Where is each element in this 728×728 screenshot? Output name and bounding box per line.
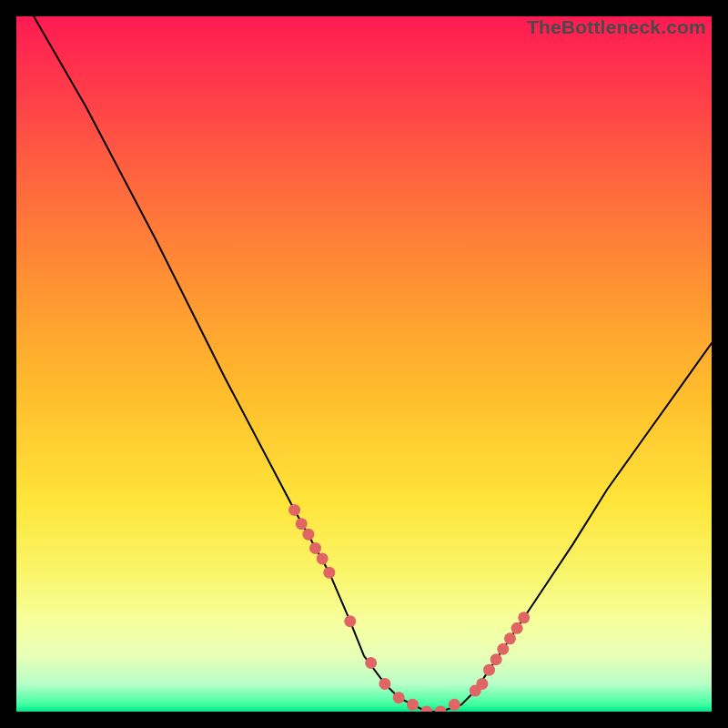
marker-dot bbox=[483, 664, 495, 676]
bottleneck-curve bbox=[34, 16, 712, 712]
marker-dot bbox=[323, 567, 335, 579]
chart-frame: TheBottleneck.com bbox=[0, 0, 728, 728]
marker-dot bbox=[497, 643, 509, 655]
marker-dot bbox=[518, 612, 530, 623]
marker-dot bbox=[296, 518, 308, 530]
marker-dot bbox=[420, 706, 432, 713]
marker-dot bbox=[407, 699, 419, 711]
marker-dot bbox=[490, 653, 502, 665]
marker-dot bbox=[288, 504, 300, 516]
curve-layer bbox=[16, 16, 712, 712]
marker-dot bbox=[435, 706, 447, 713]
marker-dot bbox=[379, 678, 390, 690]
marker-dot bbox=[344, 615, 356, 627]
marker-dot bbox=[309, 542, 321, 554]
marker-dot bbox=[511, 622, 523, 634]
marker-dot bbox=[317, 552, 329, 564]
plot-area: TheBottleneck.com bbox=[16, 16, 712, 712]
highlighted-points bbox=[288, 504, 530, 712]
marker-dot bbox=[393, 692, 405, 703]
marker-dot bbox=[365, 657, 377, 669]
marker-dot bbox=[302, 529, 314, 541]
marker-dot bbox=[504, 632, 516, 644]
marker-dot bbox=[476, 678, 488, 690]
marker-dot bbox=[449, 699, 460, 711]
